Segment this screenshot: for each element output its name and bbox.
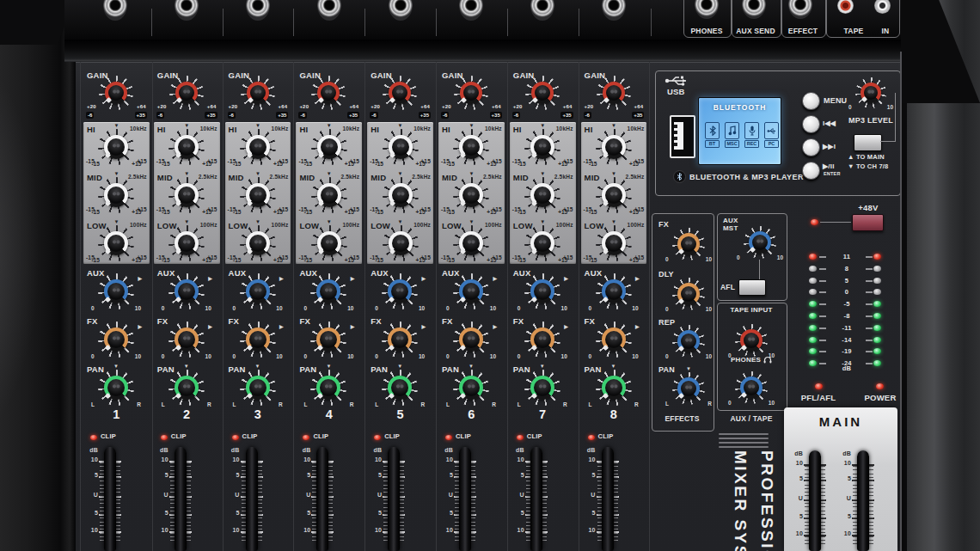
ch5-mid-knob[interactable]: -15+15▼: [375, 174, 426, 223]
panel-edge-shadow: [64, 40, 901, 62]
main-fader-left[interactable]: [809, 450, 821, 551]
ch8-eq-panel: HI10kHz-15+15▼-15+15MID2.5kHz-15+15▼-15+…: [581, 122, 647, 264]
ch8-aux-knob[interactable]: 010▶: [588, 270, 640, 320]
channel-strip-1: GAIN+20-6+64+35HI10kHz-15+15▼-15+15MID2.…: [80, 62, 153, 551]
ch1-low-knob[interactable]: -15+15▼: [90, 222, 142, 272]
prev-button[interactable]: [802, 115, 820, 133]
channel-number: 5: [364, 407, 436, 421]
ch7-gain-knob[interactable]: [518, 72, 567, 120]
ch2-low-knob[interactable]: -15+15▼: [161, 222, 212, 272]
meter-led-right: [873, 254, 881, 260]
lcd-mic-icon: REC: [744, 122, 759, 148]
ch7-mid-knob[interactable]: -15+15▼: [517, 174, 568, 223]
play-button-label: ▶/II: [823, 162, 835, 170]
main-fader-right[interactable]: [857, 450, 869, 551]
ch1-fx-knob[interactable]: 010▶: [90, 318, 142, 368]
menu-button[interactable]: [802, 92, 820, 110]
ch8-fx-knob[interactable]: 010▶: [588, 318, 640, 368]
play-enter-button[interactable]: [802, 162, 820, 180]
ch5-hi-knob[interactable]: -15+15▼: [375, 126, 426, 175]
effects-fx-knob[interactable]: 010: [665, 224, 713, 271]
power-label: POWER: [854, 393, 907, 402]
menu-button-label: MENU: [824, 96, 847, 105]
ch5-fader[interactable]: [388, 447, 400, 551]
tape-input-knob[interactable]: 010: [727, 321, 775, 367]
phones-jack-label: PHONES: [683, 27, 730, 35]
ch7-aux-knob[interactable]: 010▶: [517, 270, 568, 320]
ch2-aux-knob[interactable]: 010▶: [161, 270, 212, 320]
aux-mst-knob[interactable]: 010: [736, 223, 784, 269]
route-up-label: ▲ TO MAIN: [848, 153, 885, 161]
ch5-fx-knob[interactable]: 010▶: [374, 318, 426, 368]
channel-number: 2: [151, 407, 223, 421]
ch6-low-knob[interactable]: -15+15▼: [445, 222, 497, 272]
afl-switch[interactable]: [738, 279, 766, 296]
ch1-aux-knob[interactable]: 010▶: [90, 270, 142, 320]
ch2-fx-knob[interactable]: 010▶: [161, 318, 212, 368]
ch8-fader[interactable]: [602, 447, 614, 551]
ch3-mid-knob[interactable]: -15+15▼: [232, 174, 284, 223]
phantom-switch[interactable]: [852, 214, 884, 231]
ch5-gain-knob[interactable]: [375, 72, 425, 120]
ch4-fader[interactable]: [316, 447, 328, 551]
channel-strip-2: GAIN+20-6+64+35HI10kHz-15+15▼-15+15MID2.…: [151, 62, 224, 551]
meter-scale-label: -8: [827, 312, 867, 320]
ch3-aux-knob[interactable]: 010▶: [232, 270, 284, 320]
ch1-fader[interactable]: [104, 447, 116, 551]
ch8-gain-knob[interactable]: [589, 72, 639, 120]
ch8-clip-led: [588, 435, 595, 440]
ch4-gain-knob[interactable]: [303, 72, 353, 120]
ch7-low-knob[interactable]: -15+15▼: [517, 222, 568, 272]
ch4-mid-knob[interactable]: -15+15▼: [303, 174, 355, 223]
lcd-music-icon: MSC: [725, 122, 739, 148]
ch4-low-knob[interactable]: -15+15▼: [303, 222, 355, 272]
effects-dly-knob[interactable]: 010: [665, 274, 713, 321]
ch6-fader[interactable]: [459, 447, 471, 551]
ch2-gain-knob[interactable]: [162, 72, 211, 120]
ch3-hi-knob[interactable]: -15+15▼: [232, 126, 284, 175]
effects-rep-knob[interactable]: 010: [665, 321, 713, 368]
ch4-eq-panel: HI10kHz-15+15▼-15+15MID2.5kHz-15+15▼-15+…: [296, 122, 362, 264]
ch5-aux-knob[interactable]: 010▶: [374, 270, 426, 320]
meter-scale-label: 5: [827, 277, 867, 285]
ch3-fader[interactable]: [246, 447, 258, 551]
meter-led-right: [873, 337, 881, 343]
ch6-gain-knob[interactable]: [446, 72, 496, 120]
ch1-hi-knob[interactable]: -15+15▼: [90, 126, 142, 175]
ch7-fader[interactable]: [530, 447, 542, 551]
ch4-fx-knob[interactable]: 010▶: [303, 318, 354, 368]
ch7-hi-knob[interactable]: -15+15▼: [517, 126, 568, 175]
ch3-fx-knob[interactable]: 010▶: [232, 318, 284, 368]
ch6-mid-knob[interactable]: -15+15▼: [445, 174, 497, 223]
ch8-low-knob[interactable]: -15+15▼: [588, 222, 640, 272]
branding-line2: MIXER SYSTEM: [727, 450, 754, 551]
ch8-hi-knob[interactable]: -15+15▼: [588, 126, 640, 175]
usb-icon: [665, 75, 689, 86]
mp3-level-knob[interactable]: 010: [848, 74, 894, 119]
ch6-fx-knob[interactable]: 010▶: [445, 318, 497, 368]
ch3-low-knob[interactable]: -15+15▼: [232, 222, 284, 272]
ch2-mid-knob[interactable]: -15+15▼: [161, 174, 212, 223]
effects-pan-knob[interactable]: LR▼: [665, 369, 713, 415]
ch6-hi-knob[interactable]: -15+15▼: [445, 126, 497, 175]
left-bezel: [0, 0, 76, 551]
ch5-clip-led: [374, 435, 381, 440]
next-button[interactable]: [802, 138, 820, 156]
ch7-fx-knob[interactable]: 010▶: [517, 318, 568, 368]
phones-level-knob[interactable]: 010: [727, 368, 775, 414]
ch2-fader[interactable]: [175, 447, 187, 551]
ch4-hi-knob[interactable]: -15+15▼: [303, 126, 355, 175]
ch1-gain-knob[interactable]: [91, 72, 141, 120]
meter-led-right: [873, 266, 881, 272]
ch3-gain-knob[interactable]: [233, 72, 283, 120]
ch8-mid-knob[interactable]: -15+15▼: [588, 174, 640, 223]
panel-right-edge: [900, 52, 902, 551]
ch6-aux-knob[interactable]: 010▶: [445, 270, 497, 320]
usb-port[interactable]: [670, 115, 695, 158]
ch5-low-knob[interactable]: -15+15▼: [375, 222, 426, 272]
ch4-aux-knob[interactable]: 010▶: [303, 270, 354, 320]
ch2-hi-knob[interactable]: -15+15▼: [161, 126, 212, 175]
effect-jack-label: EFFECT: [781, 27, 824, 35]
ch1-mid-knob[interactable]: -15+15▼: [90, 174, 142, 223]
route-switch[interactable]: [854, 134, 882, 151]
